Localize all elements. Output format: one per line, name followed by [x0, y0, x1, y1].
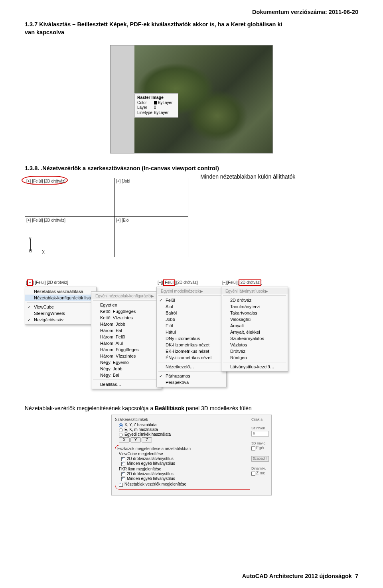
menu-item-label: Kettő: Függőleges [100, 309, 136, 314]
radio-custom[interactable]: Egyedi címkék használata [119, 432, 268, 437]
viewport-bottom-left: [+] [Felül] [2D drótváz] Y X [25, 217, 115, 257]
menu-item-label: ViewCube [34, 305, 54, 309]
menu4-item[interactable]: Takartvonalas [221, 310, 288, 316]
menu4-item[interactable]: Tanulmánytervi [221, 303, 288, 310]
check-2d-wireframe-1[interactable]: 2D drótvázas látványstílus [121, 456, 266, 461]
raster-row2-label: Linetype [137, 110, 154, 116]
xyz-x-button[interactable]: X [119, 437, 130, 442]
ucs-origin-icon [29, 250, 32, 252]
menu-separator [223, 362, 286, 362]
menu3-item[interactable]: DNy-i izometrikus [157, 335, 226, 342]
right-e-check[interactable]: Egér [251, 446, 270, 450]
menu-item-label: Három: Vízszintes [100, 354, 136, 358]
menu4-header: Egyéni látványstílusok▶ [221, 288, 288, 294]
menu2-item[interactable]: Három: Felül [91, 334, 162, 340]
menu3-item[interactable]: Balról [157, 310, 226, 316]
menu2-item[interactable]: Kettő: Függőleges [91, 308, 162, 315]
red-box-felul-icon: Felül [163, 279, 175, 286]
menu1-item[interactable]: Nézetablak visszaállítása [25, 288, 96, 295]
menu-item-label: Három: Függőleges [100, 347, 139, 352]
xyz-z-button[interactable]: Z [142, 437, 152, 442]
page-footer: AutoCAD Architecture 2012 újdonságok 7 [242, 573, 358, 579]
viewport-quad-figure: [+] [Felül] [2D drótváz] [+] [Jobl [+] [… [25, 178, 188, 257]
menu1-item[interactable]: SteeringWheels [25, 310, 96, 317]
menu-item-label: Szürkeárnyalatos [230, 336, 264, 341]
menu-item-label: Felül [166, 298, 175, 303]
menu3-item[interactable]: Jobb [157, 316, 226, 323]
menu2-item[interactable]: Három: Bal [91, 327, 162, 334]
menu4-item[interactable]: Szürkeárnyalatos [221, 335, 288, 342]
menu-item-label: Tanulmánytervi [230, 304, 260, 309]
check-other-styles-1[interactable]: Minden egyéb látványstílus [121, 461, 266, 466]
menu1-item[interactable]: ✓Navigációs sáv [25, 317, 96, 323]
raster-row0-label: Color [137, 100, 154, 106]
menu-item-label: Négy: Egyenlő [100, 360, 129, 365]
radio-ekm[interactable]: É, K, m használata [119, 427, 268, 432]
menu-separator [158, 362, 225, 362]
xyz-y-button[interactable]: Y [130, 437, 141, 442]
menu4-item[interactable]: Látványstílus-kezelő… [221, 364, 288, 370]
menu3-item[interactable]: ÉK-i izometrikus nézet [157, 348, 226, 354]
menu2-item[interactable]: Három: Alul [91, 340, 162, 346]
vp-br-label: [+] [Elöl [116, 218, 130, 222]
menu4-item[interactable]: Valósághű [221, 316, 288, 323]
menu3-item[interactable]: ✓Párhuzamos [157, 373, 226, 379]
fake-input-1[interactable]: 6 [251, 431, 269, 437]
menu2-item[interactable]: Három: Jobb [91, 321, 162, 327]
menu-item-label: Kettő: Vízszintes [100, 315, 133, 320]
menu2-item[interactable]: Egyetlen [91, 302, 162, 308]
menu4-item[interactable]: Drótváz [221, 348, 288, 354]
options-panel-figure: Szálkeresztcímkék X, Y, Z használata É, … [25, 415, 358, 496]
menu4-item[interactable]: 2D drótváz [221, 297, 288, 303]
menu2-item[interactable]: Négy: Bal [91, 372, 162, 378]
menu2-item[interactable]: Három: Függőleges [91, 346, 162, 353]
menu1-item[interactable]: ✓ViewCube [25, 304, 96, 310]
menu-separator [223, 295, 286, 296]
menu3-item[interactable]: Nézetkezelő… [157, 364, 226, 370]
menu4-item[interactable]: Röntgen [221, 354, 288, 361]
page-number: 7 [355, 573, 358, 579]
menu3-item[interactable]: Alul [157, 303, 226, 310]
menu3-item[interactable]: Perspektíva [157, 379, 226, 385]
menu3-item[interactable]: ÉNy-i izometrikus nézet [157, 354, 226, 361]
menu-item-label: Négy: Bal [100, 373, 119, 378]
menu-block-1: [−] [Felül] [2D drótváz] Nézetablak viss… [25, 279, 97, 324]
raster-title: Raster Image [137, 95, 164, 100]
block-viewcube-title: ViewCube megjelenítése [119, 452, 266, 456]
menu3-item[interactable]: Elöl [157, 323, 226, 329]
menu4-item[interactable]: Vázlatos [221, 342, 288, 348]
viewport-bottom-right: [+] [Elöl [115, 217, 188, 257]
menu3-item[interactable]: ✓Felül [157, 297, 226, 303]
menu-block-3: [−][Felül][2D drótváz] Egyéni modellnéze… [156, 279, 227, 387]
menu2-item[interactable]: Négy: Jobb [91, 366, 162, 372]
vp-red-highlight-icon [22, 176, 68, 185]
menu2-item[interactable]: Kettő: Vízszintes [91, 315, 162, 321]
block-fkr-title: FKR ikon megjelenítése [119, 467, 266, 471]
menu-item-label: DNy-i izometrikus [166, 336, 200, 341]
menu3-item[interactable]: DK-i izometrikus nézet [157, 342, 226, 348]
menu1-item[interactable]: Nézetablak-konfigurációk listája▶ [25, 295, 96, 301]
check-icon: ✓ [159, 298, 162, 303]
check-2d-wireframe-2[interactable]: 2D drótvázas látványstílus [121, 472, 266, 476]
menu-item-label: Navigációs sáv [34, 317, 63, 322]
menu3-item[interactable]: Hátul [157, 329, 226, 335]
check-viewport-controls[interactable]: Nézetablak vezérlők megjelenítése [119, 482, 266, 486]
menu4-item[interactable]: Árnyalt [221, 323, 288, 329]
menu2-item[interactable]: Három: Vízszintes [91, 353, 162, 359]
cad-viewport-image: Raster Image ColorByLayer Layer0 Linetyp… [110, 45, 273, 153]
menu-item-label: Takartvonalas [230, 311, 257, 315]
viewport-top-right: [+] [Jobl [115, 178, 188, 218]
crosshair-group-title: Szálkeresztcímkék [115, 417, 268, 422]
menu2-item[interactable]: Négy: Egyenlő [91, 359, 162, 366]
menu4-item[interactable]: Árnyalt, élekkel [221, 329, 288, 335]
check-other-styles-2[interactable]: Minden egyéb látványstílus [121, 476, 266, 481]
menu2-item[interactable]: Beállítás… [91, 381, 162, 387]
section-138-title: 1.3.8. .Nézetvezérlők a szerkesztővászno… [25, 165, 358, 173]
fake-button-1[interactable]: Szabad l [251, 456, 269, 462]
radio-xyz[interactable]: X, Y, Z használata [119, 423, 268, 427]
vp-tr-label: [+] [Jobl [116, 179, 130, 183]
context-menus-figure: [−] [Felül] [2D drótváz] Nézetablak viss… [25, 279, 358, 389]
right-h-check[interactable]: Z me [251, 471, 270, 475]
ucs-x-label: X [42, 250, 45, 254]
menu2-header: Egyéni nézetablak-konfiguráció▶ [91, 293, 162, 299]
